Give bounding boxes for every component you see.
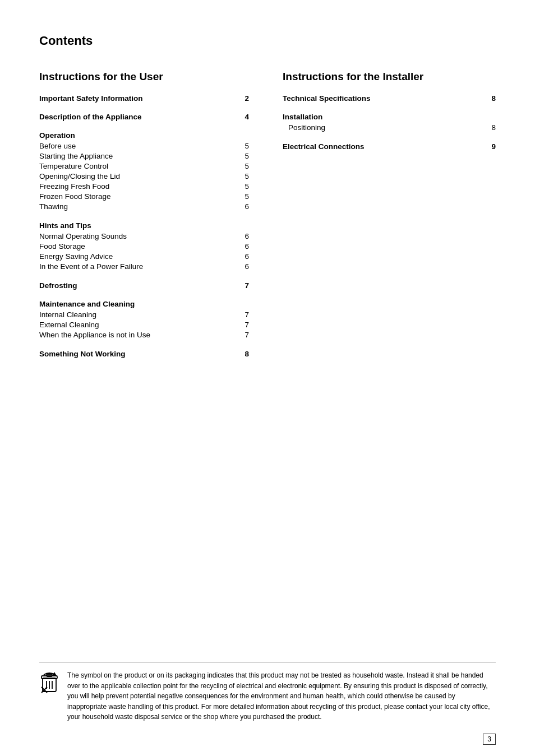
page: Contents Instructions for the User Impor…: [0, 0, 535, 756]
toc-item-page: 7: [238, 310, 249, 319]
toc-item-not-in-use: When the Appliance is not in Use 7: [39, 330, 249, 340]
footer-content: The symbol on the product or on its pack…: [39, 662, 496, 722]
toc-item-page: 5: [238, 182, 249, 191]
toc-group-maintenance: Maintenance and Cleaning Internal Cleani…: [39, 300, 249, 340]
toc-item-page: 6: [238, 262, 249, 271]
page-title: Contents: [39, 34, 496, 48]
toc-group-description: Description of the Appliance 4: [39, 113, 249, 121]
toc-item-page: 5: [238, 152, 249, 160]
toc-group-operation: Operation Before use 5 Starting the Appl…: [39, 131, 249, 211]
toc-group-important-safety: Important Safety Information 2: [39, 94, 249, 103]
toc-label-defrosting: Defrosting: [39, 281, 238, 290]
toc-item-page: 5: [238, 192, 249, 201]
toc-group-installation: Installation Positioning 8: [283, 113, 496, 132]
toc-label-not-working: Something Not Working: [39, 350, 238, 358]
toc-item-label: Internal Cleaning: [39, 310, 238, 319]
right-heading: Instructions for the Installer: [283, 71, 496, 83]
toc-item-label: Freezing Fresh Food: [39, 182, 238, 191]
toc-label-operation: Operation: [39, 131, 249, 140]
toc-item-starting: Starting the Appliance 5: [39, 151, 249, 161]
toc-item-before-use: Before use 5: [39, 141, 249, 151]
toc-item-temp-control: Temperature Control 5: [39, 161, 249, 171]
toc-label-description: Description of the Appliance: [39, 113, 238, 121]
toc-label-maintenance: Maintenance and Cleaning: [39, 300, 249, 308]
toc-item-label: When the Appliance is not in Use: [39, 331, 238, 339]
toc-page-description: 4: [238, 113, 249, 121]
toc-label-installation: Installation: [283, 113, 496, 121]
toc-group-not-working: Something Not Working 8: [39, 350, 249, 358]
svg-rect-2: [47, 674, 52, 676]
toc-row-not-working: Something Not Working 8: [39, 350, 249, 358]
toc-item-label: Opening/Closing the Lid: [39, 172, 238, 180]
toc-group-electrical: Electrical Connections 9: [283, 142, 496, 151]
toc-item-label: Food Storage: [39, 242, 238, 251]
toc-item-page: 6: [238, 242, 249, 251]
toc-item-internal-cleaning: Internal Cleaning 7: [39, 309, 249, 319]
toc-page-tech-specs: 8: [485, 94, 496, 103]
toc-item-freezing-fresh: Freezing Fresh Food 5: [39, 181, 249, 191]
toc-item-normal-sounds: Normal Operating Sounds 6: [39, 231, 249, 241]
toc-item-page: 5: [238, 172, 249, 180]
toc-item-label: Positioning: [288, 123, 485, 132]
toc-item-page: 7: [238, 321, 249, 329]
left-column: Instructions for the User Important Safe…: [39, 71, 249, 368]
waste-bin-icon: [39, 670, 59, 693]
toc-item-positioning: Positioning 8: [283, 122, 496, 132]
toc-item-opening-closing: Opening/Closing the Lid 5: [39, 171, 249, 181]
toc-group-hints: Hints and Tips Normal Operating Sounds 6…: [39, 221, 249, 271]
right-column: Instructions for the Installer Technical…: [283, 71, 496, 368]
toc-label-tech-specs: Technical Specifications: [283, 94, 485, 103]
footer-section: The symbol on the product or on its pack…: [39, 662, 496, 722]
toc-item-label: Frozen Food Storage: [39, 192, 238, 201]
toc-label-hints: Hints and Tips: [39, 221, 249, 230]
toc-item-page: 6: [238, 202, 249, 211]
toc-item-power-failure: In the Event of a Power Failure 6: [39, 261, 249, 271]
toc-columns: Instructions for the User Important Safe…: [39, 71, 496, 368]
toc-item-page: 5: [238, 162, 249, 170]
toc-row-tech-specs: Technical Specifications 8: [283, 94, 496, 103]
toc-item-page: 6: [238, 252, 249, 261]
footer-text: The symbol on the product or on its pack…: [67, 670, 496, 722]
toc-item-page: 7: [238, 331, 249, 339]
toc-page-defrosting: 7: [238, 281, 249, 290]
toc-item-label: Normal Operating Sounds: [39, 232, 238, 240]
toc-item-page: 5: [238, 142, 249, 150]
toc-item-label: Energy Saving Advice: [39, 252, 238, 261]
toc-page-important-safety: 2: [238, 94, 249, 103]
toc-item-label: Starting the Appliance: [39, 152, 238, 160]
toc-item-thawing: Thawing 6: [39, 201, 249, 211]
page-number: 3: [483, 734, 496, 745]
left-heading: Instructions for the User: [39, 71, 249, 83]
toc-page-not-working: 8: [238, 350, 249, 358]
toc-row-electrical: Electrical Connections 9: [283, 142, 496, 151]
toc-item-label: Before use: [39, 142, 238, 150]
toc-row-important-safety: Important Safety Information 2: [39, 94, 249, 103]
toc-item-label: External Cleaning: [39, 321, 238, 329]
toc-item-food-storage: Food Storage 6: [39, 241, 249, 251]
toc-group-tech-specs: Technical Specifications 8: [283, 94, 496, 103]
toc-row-defrosting: Defrosting 7: [39, 281, 249, 290]
toc-row-description: Description of the Appliance 4: [39, 113, 249, 121]
toc-item-page: 6: [238, 232, 249, 240]
toc-item-energy-saving: Energy Saving Advice 6: [39, 251, 249, 261]
toc-page-electrical: 9: [485, 142, 496, 151]
toc-item-label: Temperature Control: [39, 162, 238, 170]
toc-item-label: Thawing: [39, 202, 238, 211]
toc-item-page: 8: [485, 123, 496, 132]
toc-label-important-safety: Important Safety Information: [39, 94, 238, 103]
toc-item-frozen-storage: Frozen Food Storage 5: [39, 191, 249, 201]
toc-item-external-cleaning: External Cleaning 7: [39, 319, 249, 330]
toc-item-label: In the Event of a Power Failure: [39, 262, 238, 271]
toc-label-electrical: Electrical Connections: [283, 142, 485, 151]
toc-group-defrosting: Defrosting 7: [39, 281, 249, 290]
